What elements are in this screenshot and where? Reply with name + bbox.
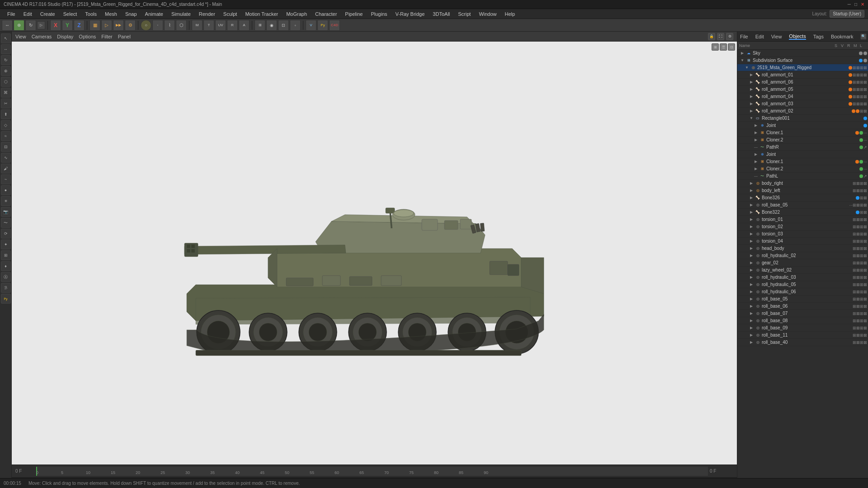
- snap-object[interactable]: ◉: [266, 20, 277, 31]
- python-btn[interactable]: Py: [317, 20, 328, 31]
- tree-item-torsion04[interactable]: ▶ ◎ torsion_04 ⊞⊠⊞⊠: [737, 238, 868, 245]
- menu-animate[interactable]: Animate: [142, 10, 167, 18]
- menu-edit[interactable]: Edit: [20, 10, 36, 18]
- lt-camera[interactable]: 📷: [1, 207, 11, 217]
- roll02-vis[interactable]: [852, 109, 855, 113]
- render-active[interactable]: ▷: [101, 20, 112, 31]
- lt-plugin-b[interactable]: ℬ: [1, 283, 11, 293]
- tree-item-bone326[interactable]: ▶ 🦴 Bone326 ⊞⊠: [737, 194, 868, 202]
- scene-tab-tags[interactable]: Tags: [813, 34, 824, 39]
- vp-nav-1[interactable]: ⊞: [712, 43, 719, 51]
- viewport[interactable]: ⊞ ☰ ⊡: [12, 42, 737, 465]
- axis-z[interactable]: Z: [74, 20, 85, 31]
- menu-snap[interactable]: Snap: [122, 10, 141, 18]
- menu-plugins[interactable]: Plugins: [367, 10, 391, 18]
- main-vis[interactable]: [849, 66, 852, 70]
- vray-btn[interactable]: V: [306, 20, 316, 31]
- vp-menu-options[interactable]: Options: [79, 34, 96, 39]
- lt-magnet[interactable]: ∿: [1, 153, 11, 163]
- tree-item-pathr[interactable]: — 〜 PathR ↗: [737, 144, 868, 151]
- cloner2b-vis[interactable]: [859, 167, 863, 171]
- vp-settings-btn[interactable]: ⚙: [726, 33, 733, 40]
- tree-item-bodyleft[interactable]: ▶ ◎ body_left ⊞⊠⊞⊠: [737, 187, 868, 194]
- scene-search-btn[interactable]: 🔍: [860, 33, 867, 40]
- scene-tab-objects[interactable]: Objects: [789, 33, 806, 40]
- menu-render[interactable]: Render: [195, 10, 219, 18]
- tree-item-cloner2b[interactable]: ▶ ⊞ Cloner.2 ···: [737, 165, 868, 173]
- lt-select-tool[interactable]: ↖: [1, 33, 11, 43]
- menu-pipeline[interactable]: Pipeline: [341, 10, 366, 18]
- roll04-vis[interactable]: [849, 95, 852, 99]
- snap-vertex[interactable]: ▫: [290, 20, 301, 31]
- roll02-render[interactable]: [856, 109, 859, 113]
- lt-move-tool[interactable]: ↔: [1, 44, 11, 54]
- mode-polys[interactable]: ⬡: [176, 20, 187, 31]
- lt-extrude[interactable]: ⬆: [1, 109, 11, 119]
- lt-fx[interactable]: ✦: [1, 239, 11, 249]
- maximize-btn[interactable]: □: [854, 2, 857, 7]
- lt-deform[interactable]: ⟳: [1, 229, 11, 239]
- menu-help[interactable]: Help: [501, 10, 519, 18]
- render-all[interactable]: ▶▶: [113, 20, 124, 31]
- tree-item-subdiv[interactable]: ▼ ⊞ Subdivision Surface: [737, 57, 868, 64]
- tree-item-cloner1a[interactable]: ▶ ⊞ Cloner.1 ···: [737, 129, 868, 136]
- mode-object[interactable]: ○: [141, 20, 151, 31]
- tree-item-pathl[interactable]: — 〜 PathL ↗: [737, 173, 868, 180]
- sky-render[interactable]: [863, 52, 867, 55]
- lt-bevel[interactable]: ◇: [1, 120, 11, 130]
- mode-animate-btn[interactable]: A: [239, 20, 250, 31]
- timeline-ruler[interactable]: 0 5 10 15 20 25 30 35 40 45 50 55 60 65 …: [36, 467, 708, 476]
- lt-smooth[interactable]: ~: [1, 174, 11, 184]
- vp-fullscreen-btn[interactable]: ⛶: [717, 33, 724, 40]
- menu-window[interactable]: Window: [475, 10, 500, 18]
- scene-tab-bookmark[interactable]: Bookmark: [831, 34, 854, 39]
- scene-tab-file[interactable]: File: [740, 34, 748, 39]
- tool-move[interactable]: ↔: [2, 20, 13, 31]
- vp-nav-3[interactable]: ⊡: [728, 43, 735, 51]
- vp-menu-cameras[interactable]: Cameras: [32, 34, 52, 39]
- lt-scale-tool[interactable]: ⊕: [1, 66, 11, 76]
- menu-script[interactable]: Script: [454, 10, 474, 18]
- layout-dropdown[interactable]: Startup (User): [830, 10, 864, 18]
- menu-sculpt[interactable]: Sculpt: [220, 10, 241, 18]
- tree-item-rh05[interactable]: ▶ ◎ roll_hydraulic_05 ⊞⊠⊞⊠: [737, 281, 868, 288]
- bone322-vis[interactable]: [856, 211, 859, 214]
- tree-item-roll06[interactable]: ▶ 🦴 roll_ammort_06 ⊞⊠⊞⊠: [737, 79, 868, 86]
- lt-python[interactable]: Py: [1, 294, 11, 304]
- tree-item-headbody[interactable]: ▶ ◎ head_body ⊞⊠⊞⊠: [737, 245, 868, 252]
- cloner1b-render[interactable]: [859, 160, 863, 164]
- mode-uv[interactable]: UV: [215, 20, 226, 31]
- mode-texture[interactable]: T: [203, 20, 214, 31]
- sky-vis[interactable]: [859, 52, 863, 55]
- tree-item-torsion02[interactable]: ▶ ◎ torsion_02 ⊞⊠⊞⊠: [737, 223, 868, 230]
- menu-file[interactable]: File: [4, 10, 19, 18]
- vp-menu-filter[interactable]: Filter: [101, 34, 112, 39]
- roll05-vis[interactable]: [849, 88, 852, 91]
- tree-item-joint1[interactable]: ▶ ⊕ Joint: [737, 122, 868, 129]
- cloner1a-render[interactable]: [859, 131, 863, 135]
- mode-edges[interactable]: ⌇: [164, 20, 175, 31]
- roll06-vis[interactable]: [849, 80, 852, 84]
- tree-item-rollbase05a[interactable]: ▶ ◎ roll_base_05 ···⊞⊠⊞⊠: [737, 202, 868, 209]
- tree-item-roll04[interactable]: ▶ 🦴 roll_ammort_04 ⊞⊠⊞⊠: [737, 93, 868, 100]
- tool-scale[interactable]: ⊕: [14, 20, 24, 31]
- lt-plugin-a[interactable]: Ⓐ: [1, 272, 11, 282]
- tree-item-sky[interactable]: ▶ ☁ Sky: [737, 50, 868, 57]
- lt-material[interactable]: ●: [1, 185, 11, 195]
- menu-character[interactable]: Character: [311, 10, 340, 18]
- mode-model[interactable]: M: [192, 20, 203, 31]
- vp-lock-btn[interactable]: 🔒: [708, 33, 715, 40]
- tool-rotate[interactable]: ↻: [25, 20, 36, 31]
- subdiv-vis[interactable]: [859, 59, 863, 62]
- lt-rotate-tool[interactable]: ↻: [1, 55, 11, 65]
- snap-grid[interactable]: ⊡: [278, 20, 289, 31]
- menu-mesh[interactable]: Mesh: [101, 10, 121, 18]
- tree-item-roll03[interactable]: ▶ 🦴 roll_ammort_03 ⊞⊠⊞⊠: [737, 100, 868, 108]
- mode-rig[interactable]: R: [227, 20, 238, 31]
- bone326-vis[interactable]: [856, 196, 859, 200]
- vp-menu-panel[interactable]: Panel: [118, 34, 131, 39]
- axis-x[interactable]: X: [50, 20, 61, 31]
- tool-select[interactable]: ▷: [37, 21, 45, 29]
- lt-bridge[interactable]: ≈: [1, 131, 11, 141]
- lt-sculpt[interactable]: 🖌: [1, 164, 11, 174]
